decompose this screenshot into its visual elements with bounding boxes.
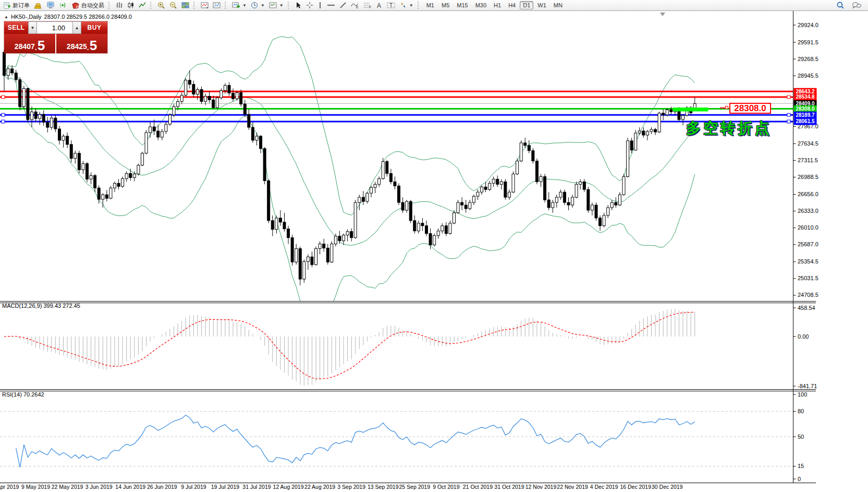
timeframe-button-w1[interactable]: W1 [534,1,549,9]
new-order-button[interactable]: 新订单 [2,0,32,10]
callout-anchor-handle[interactable] [725,106,728,109]
bar-chart-icon [116,2,123,9]
macd-axis-label: -841.71 [798,383,817,389]
gold-button[interactable] [32,0,44,10]
price-tag-label: 28534.8 [796,94,815,100]
vertical-line-button[interactable] [315,0,325,10]
volume-increase-button[interactable]: ▲ [72,21,81,34]
template-icon [269,2,277,9]
zoom-out-icon [169,2,177,9]
date-label[interactable]: 3 Sep 2019 [337,484,365,490]
buy-price-button[interactable]: 28425.5 [55,34,107,53]
date-label[interactable]: 3 Jun 2019 [85,484,113,490]
timeframe-button-m1[interactable]: M1 [423,1,437,9]
line-handle[interactable] [2,113,5,116]
text-button[interactable]: A [374,0,385,10]
trendline-button[interactable] [337,0,349,10]
chart-shift-marker-icon[interactable] [660,13,665,16]
fibonacci-button[interactable]: F [361,0,374,10]
price-tag-label: 28643.2 [796,89,815,94]
period-dropdown[interactable]: ▼ [249,0,267,10]
price-tick-label: 26010.0 [798,224,818,231]
timeframe-button-m5[interactable]: M5 [438,1,453,9]
line-handle[interactable] [2,95,5,99]
date-label[interactable]: 4 Dec 2019 [590,484,618,490]
buy-label: BUY [88,24,102,31]
timeframe-button-h4[interactable]: H4 [505,1,519,9]
rsi-axis-label: 0 [798,476,801,482]
indicator-list-button[interactable] [211,0,223,10]
timeframe-button-mn[interactable]: MN [551,1,566,9]
tile-windows-icon [181,2,189,9]
line-chart-button[interactable] [137,0,148,10]
date-label[interactable]: 9 Jul 2019 [181,484,206,490]
date-label[interactable]: 22 Aug 2019 [304,484,335,490]
zoom-out-button[interactable] [167,0,179,10]
autotrading-label: 自动交易 [81,2,104,9]
date-label[interactable]: 9 May 2019 [21,484,50,490]
date-label[interactable]: 31 Oct 2019 [494,484,524,490]
timeframe-button-m30[interactable]: M30 [472,1,490,9]
date-label[interactable]: 26 Apr 2019 [0,484,19,490]
support-highlight-zone[interactable] [673,107,708,111]
line-handle[interactable] [787,120,790,123]
template-dropdown[interactable]: ▼ [267,0,286,10]
date-label[interactable]: 26 Jun 2019 [147,484,177,490]
sell-price-button[interactable]: 28407.5 [4,34,55,53]
timeframe-button-m15[interactable]: M15 [454,1,471,9]
turning-point-note[interactable]: 多空转折点 [686,118,772,138]
buy-price-frac: 5 [90,39,97,52]
bar-chart-button[interactable] [114,0,125,10]
terminal-button[interactable] [44,0,57,10]
arrows-dropdown[interactable]: ▼ [397,0,415,10]
buy-button[interactable]: BUY [81,21,107,34]
date-label[interactable]: 12 Aug 2019 [273,484,304,490]
add-indicator-icon [232,2,240,9]
vertical-line-icon [317,2,323,9]
date-label[interactable]: 16 Dec 2019 [620,484,651,490]
autotrading-button[interactable]: 自动交易 [69,0,106,10]
sell-button[interactable]: SELL [4,21,28,34]
indicator-window-button[interactable] [199,0,211,10]
date-label[interactable]: 30 Dec 2019 [652,484,683,490]
date-label[interactable]: 25 Sep 2019 [399,484,430,490]
tile-windows-button[interactable] [179,0,191,10]
zoom-in-button[interactable] [155,0,167,10]
crosshair-button[interactable] [304,0,315,10]
date-label[interactable]: 13 Sep 2019 [368,484,399,490]
signal-button[interactable] [57,0,69,10]
cursor-button[interactable] [293,0,304,10]
date-label[interactable]: 9 Oct 2019 [433,484,460,490]
text-label-button[interactable]: T [385,0,397,10]
price-tick-label: 26333.0 [798,208,818,214]
price-tag-label: 28308.0 [796,106,815,112]
timeframe-button-h1[interactable]: H1 [491,1,504,9]
signal-icon [59,2,67,9]
date-label[interactable]: 12 Nov 2019 [525,484,557,490]
timeframe-button-d1[interactable]: D1 [520,1,533,9]
date-label[interactable]: 14 Jun 2019 [115,484,145,490]
date-label[interactable]: 19 Jul 2019 [211,484,239,490]
line-handle[interactable] [787,95,790,99]
elliott-wave-button[interactable]: E [349,0,361,10]
horizontal-line-button[interactable] [325,0,337,10]
price-callout-label[interactable]: 28308.0 [729,103,771,114]
chevron-down-icon: ▼ [261,3,265,8]
candlestick-series [3,50,696,285]
volume-decrease-button[interactable]: ▼ [28,21,37,34]
date-label[interactable]: 31 Jul 2019 [242,484,271,490]
candlestick-chart-button[interactable] [125,0,137,10]
date-label[interactable]: 21 Oct 2019 [463,484,493,490]
chat-button[interactable] [850,0,863,10]
macd-axis-label: 458.54 [798,305,815,311]
volume-input[interactable]: 1.00 [37,21,72,34]
search-button[interactable] [834,0,847,10]
date-label[interactable]: 22 Nov 2019 [557,484,588,490]
line-handle[interactable] [2,120,5,123]
add-indicator-dropdown[interactable]: ▼ [230,0,249,10]
line-handle[interactable] [787,113,790,116]
price-tick-label: 28945.5 [798,73,818,79]
chart-canvas[interactable]: 29924.029591.529268.528945.527967.027634… [0,11,868,492]
date-label[interactable]: 22 May 2019 [52,484,83,490]
toolbar-separator [108,2,112,9]
